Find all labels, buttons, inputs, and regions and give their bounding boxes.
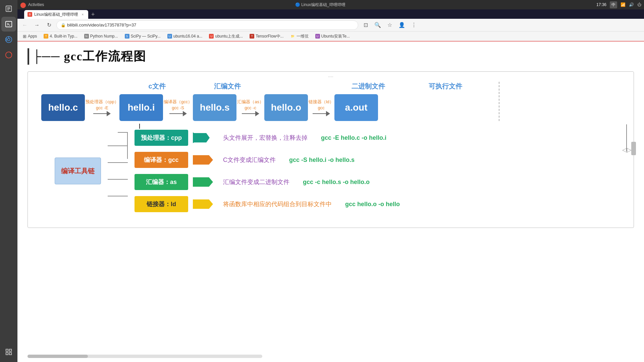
bookmark-apps[interactable]: ⊞ Apps bbox=[20, 32, 40, 40]
tab-close-button[interactable]: × bbox=[80, 12, 85, 17]
tool-cmd-0: gcc -E hello.c -o hello.i bbox=[321, 134, 386, 141]
url-bar[interactable]: 🔒 bilibili.com/video/av17357878?p=37 bbox=[56, 20, 358, 30]
bookmark-scipy-icon: S bbox=[125, 34, 129, 39]
bookmark-tensorflow-label: TensorFlow中... bbox=[256, 34, 283, 39]
titlebar: ⬤ Activities 🔵 Linux编程基础_哔哩哔哩 17:36 中 📶 … bbox=[17, 0, 644, 9]
tool-desc-2: 汇编文件变成二进制文件 bbox=[223, 178, 289, 186]
flow-col-1: hello.i bbox=[119, 94, 163, 121]
clock: 17:36 bbox=[596, 2, 606, 7]
flow-col-2: hello.s bbox=[193, 94, 236, 121]
bookmark-folder[interactable]: 📁 一维弦 bbox=[288, 32, 311, 40]
bookmark-numpy-icon: N bbox=[84, 34, 89, 39]
addressbar: ← → ↻ 🔒 bilibili.com/video/av17357878?p=… bbox=[17, 19, 644, 32]
dev-icon[interactable] bbox=[1, 48, 16, 62]
content-area: ├── gcc工作流程图 ···· ◁▷ c文件 汇编文件 二进制文件 bbox=[17, 42, 644, 362]
bookmark-builtin[interactable]: T 4. Built-in Typ... bbox=[41, 32, 80, 40]
bookmark-apps-label: Apps bbox=[28, 34, 37, 39]
profile-icon[interactable]: 👤 bbox=[397, 20, 407, 30]
svg-point-3 bbox=[7, 38, 10, 41]
label-asm-file: 汇编文件 bbox=[202, 82, 253, 91]
page-title: ├── gcc工作流程图 bbox=[28, 48, 634, 65]
ubuntu-logo: ⬤ bbox=[20, 2, 26, 8]
tool-desc-0: 头文件展开，宏替换，注释去掉 bbox=[223, 134, 308, 142]
url-text: bilibili.com/video/av17357878?p=37 bbox=[67, 22, 136, 27]
label-c-file: c文件 bbox=[132, 82, 182, 91]
arrow-3-arrow bbox=[242, 111, 259, 116]
bookmarks-bar: ⊞ Apps T 4. Built-in Typ... N Python Num… bbox=[17, 32, 644, 42]
svg-rect-11 bbox=[9, 353, 11, 355]
bookmark-ubuntu1-icon: U bbox=[167, 34, 172, 39]
cast-icon[interactable]: ⊡ bbox=[361, 20, 370, 30]
tool-desc-1: C文件变成汇编文件 bbox=[223, 156, 276, 164]
bookmark-tensorflow[interactable]: T TensorFlow中... bbox=[247, 32, 286, 40]
bookmark-ubuntu1[interactable]: U ubuntu16.04 a... bbox=[165, 32, 205, 40]
network-icon: 📶 bbox=[621, 2, 626, 7]
bookmark-numpy[interactable]: N Python Nump... bbox=[82, 32, 121, 40]
power-icon[interactable]: ⏻ bbox=[637, 2, 641, 7]
tool-desc-3: 将函数库中相应的代码组合到目标文件中 bbox=[223, 200, 332, 208]
tool-box-0: 预处理器：cpp bbox=[135, 130, 188, 146]
arrow-3-text: 汇编器（as）gcc -c bbox=[237, 99, 264, 111]
bookmark-scipy-label: SciPy — SciPy... bbox=[131, 34, 161, 39]
page-content: ├── gcc工作流程图 ···· ◁▷ c文件 汇编文件 二进制文件 bbox=[17, 42, 644, 362]
tool-box-3: 链接器：ld bbox=[135, 196, 188, 212]
terminal-icon[interactable] bbox=[1, 17, 16, 32]
bookmark-numpy-label: Python Nump... bbox=[90, 34, 118, 39]
grid-icon[interactable] bbox=[1, 345, 16, 359]
lang-indicator[interactable]: 中 bbox=[610, 1, 617, 8]
volume-icon: 🔊 bbox=[629, 2, 634, 7]
arrow-4: 链接器（ld）gcc bbox=[308, 99, 334, 116]
bookmark-tensorflow-icon: T bbox=[250, 34, 254, 39]
files-icon[interactable] bbox=[1, 1, 16, 16]
reload-button[interactable]: ↻ bbox=[44, 20, 54, 30]
arrow-2-text: 编译器（gcc）gcc -S bbox=[164, 99, 192, 111]
activity-bar bbox=[0, 0, 17, 362]
zoom-icon[interactable]: 🔍 bbox=[373, 20, 382, 30]
bookmark-ubuntu3-icon: U bbox=[315, 34, 320, 39]
horizontal-scrollbar[interactable] bbox=[28, 355, 262, 358]
arrow-1-text: 预处理器（cpp）gcc -E bbox=[86, 99, 119, 111]
tool-chain-section: 编译工具链 bbox=[35, 124, 627, 221]
bookmark-star[interactable]: ☆ bbox=[385, 20, 394, 30]
bookmark-builtin-icon: T bbox=[44, 34, 48, 39]
tool-row-1: 编译器：gcc C文件变成汇编文件 gcc -S hello.i -o hell… bbox=[135, 152, 400, 168]
new-tab-button[interactable]: + bbox=[88, 10, 98, 19]
label-bin-file: 二进制文件 bbox=[343, 82, 393, 91]
scroll-handle[interactable] bbox=[631, 142, 636, 155]
svg-rect-10 bbox=[6, 353, 8, 355]
active-tab[interactable]: B Linux编程基础_哔哩哔哩 × bbox=[24, 10, 88, 19]
vertical-divider bbox=[499, 82, 499, 121]
bookmark-ubuntu2[interactable]: U ubuntu上生成... bbox=[206, 32, 246, 40]
arrow-2-arrow bbox=[169, 111, 187, 116]
flow-box-hello-o: hello.o bbox=[264, 94, 308, 121]
apps-grid-icon: ⊞ bbox=[23, 34, 26, 39]
bookmark-ubuntu3[interactable]: U Ubuntu安装Te... bbox=[313, 32, 353, 40]
svg-rect-9 bbox=[9, 349, 11, 351]
bookmark-folder-label: 一维弦 bbox=[297, 34, 309, 39]
flow-col-0: hello.c bbox=[41, 94, 85, 121]
bookmark-ubuntu1-label: ubuntu16.04 a... bbox=[173, 34, 203, 39]
flow-box-hello-i: hello.i bbox=[119, 94, 163, 121]
forward-button[interactable]: → bbox=[32, 20, 42, 30]
menu-icon[interactable]: ⋮ bbox=[409, 20, 419, 30]
diagram-panel: ···· ◁▷ c文件 汇编文件 二进制文件 可执行文件 bbox=[28, 71, 634, 228]
tabbar: B Linux编程基础_哔哩哔哩 × + bbox=[17, 9, 644, 19]
scrollbar-thumb[interactable] bbox=[28, 355, 88, 358]
chrome-icon[interactable] bbox=[1, 32, 16, 47]
flow-box-hello-s: hello.s bbox=[193, 94, 236, 121]
ssl-lock-icon: 🔒 bbox=[61, 23, 66, 27]
back-button[interactable]: ← bbox=[20, 20, 30, 30]
window-title: 🔵 Linux编程基础_哔哩哔哩 bbox=[44, 2, 596, 8]
tool-row-2: 汇编器：as 汇编文件变成二进制文件 gcc -c hello.s -o hel… bbox=[135, 174, 400, 190]
tool-box-2: 汇编器：as bbox=[135, 174, 188, 190]
arrow-2: 编译器（gcc）gcc -S bbox=[163, 99, 193, 116]
arrow-4-arrow bbox=[313, 111, 330, 116]
tab-favicon: B bbox=[28, 12, 32, 17]
app-menu[interactable]: Activities bbox=[28, 2, 44, 7]
arrow-3: 汇编器（as）gcc -c bbox=[236, 99, 264, 116]
bookmark-scipy[interactable]: S SciPy — SciPy... bbox=[122, 32, 163, 40]
flow-box-hello-c: hello.c bbox=[41, 94, 85, 121]
bookmark-ubuntu3-label: Ubuntu安装Te... bbox=[321, 34, 350, 39]
tool-row-3: 链接器：ld 将函数库中相应的代码组合到目标文件中 gcc hello.o -o… bbox=[135, 196, 400, 212]
tool-cmd-2: gcc -c hello.s -o hello.o bbox=[303, 179, 370, 186]
